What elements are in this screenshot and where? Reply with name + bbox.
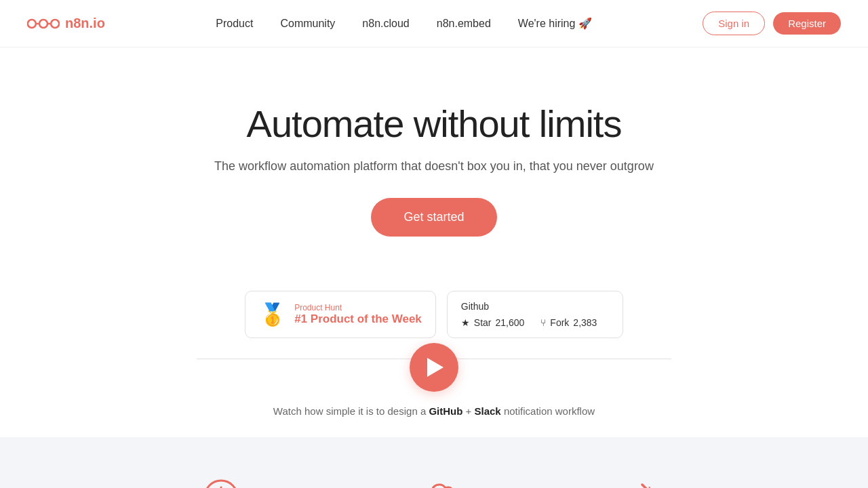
svg-text:$: $ <box>642 483 656 488</box>
gh-label: Github <box>461 301 609 312</box>
nav-community[interactable]: Community <box>280 18 335 30</box>
download-circle-icon <box>202 478 240 488</box>
feature-extendable: Easily extendable Create your own nodes … <box>362 478 521 488</box>
ph-label: Product Hunt <box>294 303 422 312</box>
media-section: 🥇 Product Hunt #1 Product of the Week Gi… <box>0 264 868 437</box>
cloud-check-icon <box>422 478 460 488</box>
svg-point-0 <box>28 20 36 28</box>
feature-data-stays: $ Your data stays with you Run n8n local… <box>575 478 734 488</box>
caption-prefix: Watch how simple it is to design a <box>273 405 429 417</box>
nav-n8n-cloud[interactable]: n8n.cloud <box>362 18 409 30</box>
features-section: Free and open With our fair-code license… <box>0 437 868 488</box>
gh-star-stat: ★ Star 21,600 <box>461 317 525 328</box>
caption-suffix: notification workflow <box>501 405 595 417</box>
gh-fork-label: Fork <box>550 317 569 328</box>
caption-middle: + <box>462 405 474 417</box>
dollar-cross-icon: $ <box>635 478 673 488</box>
caption-slack: Slack <box>475 405 501 417</box>
play-triangle-icon <box>427 358 443 377</box>
nav-n8n-embed[interactable]: n8n.embed <box>437 18 491 30</box>
gh-star-label: Star <box>474 317 492 328</box>
feature-free-open: Free and open With our fair-code license… <box>134 478 308 488</box>
main-nav: Product Community n8n.cloud n8n.embed We… <box>216 17 592 30</box>
gh-fork-stat: ⑂ Fork 2,383 <box>540 317 597 328</box>
play-button[interactable] <box>410 343 458 392</box>
gh-fork-count: 2,383 <box>573 317 597 328</box>
hero-subheading: The workflow automation platform that do… <box>27 159 841 174</box>
product-hunt-badge[interactable]: 🥇 Product Hunt #1 Product of the Week <box>245 291 436 338</box>
nav-product[interactable]: Product <box>216 18 253 30</box>
caption-github: GitHub <box>429 405 462 417</box>
fork-icon: ⑂ <box>540 317 546 328</box>
svg-point-2 <box>51 20 59 28</box>
get-started-button[interactable]: Get started <box>371 198 496 237</box>
signin-button[interactable]: Sign in <box>703 12 765 35</box>
logo[interactable]: n8n.io <box>27 13 105 35</box>
hero-section: Automate without limits The workflow aut… <box>0 47 868 264</box>
video-caption: Watch how simple it is to design a GitHu… <box>273 405 595 437</box>
gh-star-count: 21,600 <box>496 317 525 328</box>
header: n8n.io Product Community n8n.cloud n8n.e… <box>0 0 868 47</box>
auth-buttons: Sign in Register <box>703 12 841 35</box>
github-badge[interactable]: Github ★ Star 21,600 ⑂ Fork 2,383 <box>447 291 623 338</box>
star-icon: ★ <box>461 317 470 328</box>
ph-text: Product Hunt #1 Product of the Week <box>294 303 422 326</box>
gh-stats: ★ Star 21,600 ⑂ Fork 2,383 <box>461 317 609 328</box>
ph-title: #1 Product of the Week <box>294 312 422 326</box>
badges-row: 🥇 Product Hunt #1 Product of the Week Gi… <box>245 291 623 338</box>
hero-heading: Automate without limits <box>27 102 841 146</box>
svg-point-1 <box>39 20 47 28</box>
register-button[interactable]: Register <box>773 12 841 35</box>
play-button-wrap <box>197 343 671 392</box>
logo-text: n8n.io <box>65 16 105 31</box>
nav-hiring[interactable]: We're hiring 🚀 <box>518 17 592 30</box>
medal-icon: 🥇 <box>259 302 286 327</box>
